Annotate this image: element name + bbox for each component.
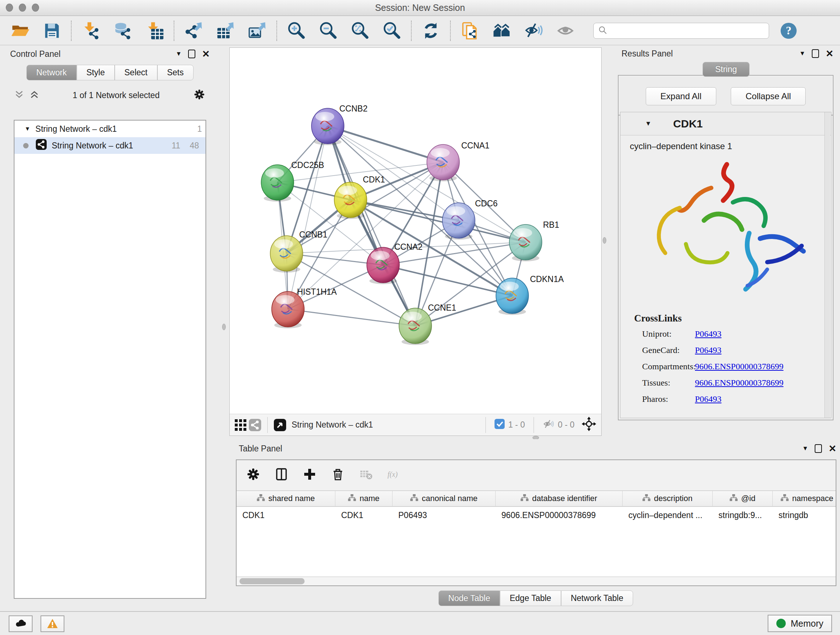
table-cell[interactable]: 9606.ENSP00000378699 [496, 507, 622, 524]
create-column-plus-icon[interactable] [302, 466, 317, 482]
table-cell[interactable]: cyclin–dependent ... [622, 507, 713, 524]
tab-network[interactable]: Network [27, 65, 76, 80]
fit-content-crosshair-icon[interactable] [582, 417, 596, 433]
export-image-button[interactable] [247, 20, 268, 41]
left-splitter-handle[interactable] [222, 324, 226, 330]
crosslink-link[interactable]: 9606.ENSP00000378699 [695, 378, 783, 388]
clone-network-button[interactable] [459, 20, 480, 41]
table-panel-close-icon[interactable]: ✕ [829, 443, 836, 454]
node-table[interactable]: shared namenamecanonical namedatabase id… [237, 491, 836, 576]
zoom-in-button[interactable] [286, 20, 307, 41]
table-options-gear-icon[interactable] [245, 466, 261, 482]
table-cell[interactable]: P06493 [393, 507, 496, 524]
protein-expand-caret-icon[interactable]: ▼ [645, 120, 652, 127]
hidden-eye-icon[interactable] [543, 418, 554, 432]
column-header--id[interactable]: @id [713, 491, 773, 506]
collection-expand-caret-icon[interactable]: ▼ [25, 126, 30, 132]
tab-edge-table[interactable]: Edge Table [500, 591, 561, 606]
expand-all-networks-icon[interactable] [30, 90, 39, 101]
column-header-description[interactable]: description [622, 491, 713, 506]
search-input[interactable] [610, 26, 764, 35]
import-table-button[interactable] [144, 20, 165, 41]
selected-checkbox-icon[interactable] [494, 419, 505, 431]
save-session-button[interactable] [41, 20, 62, 41]
results-panel-menu-icon[interactable]: ▼ [799, 50, 805, 57]
edge-CCNB2-HIST1H1A[interactable] [288, 126, 328, 309]
node-RB1[interactable]: RB1 [509, 220, 559, 261]
zoom-selected-button[interactable] [381, 20, 402, 41]
collapse-all-networks-icon[interactable] [14, 90, 24, 101]
crosslink-link[interactable]: P06493 [695, 329, 722, 339]
table-cell[interactable]: CDK1 [237, 507, 335, 524]
warnings-button[interactable] [41, 616, 65, 632]
zoom-out-button[interactable] [317, 20, 339, 41]
memory-button[interactable]: Memory [767, 615, 832, 632]
table-panel-menu-icon[interactable]: ▼ [802, 445, 808, 452]
node-HIST1H1A[interactable]: HIST1H1A [272, 287, 337, 328]
export-network-button[interactable] [183, 20, 204, 41]
table-cell[interactable]: CDK1 [335, 507, 393, 524]
edge-CCNA2-CDKN1A[interactable] [383, 265, 512, 296]
delete-column-trash-icon[interactable] [330, 466, 346, 482]
results-scrollbar[interactable] [824, 112, 830, 418]
control-panel-float-icon[interactable] [188, 50, 195, 58]
right-splitter-handle[interactable] [603, 237, 606, 244]
tab-network-table[interactable]: Network Table [561, 591, 633, 606]
network-view[interactable]: CCNB2 CCNA1 CDC25B CDK1 CDC6 RB1 CCNB1 C… [229, 48, 602, 436]
node-CCNB2[interactable]: CCNB2 [311, 104, 368, 145]
column-header-namespace[interactable]: namespace [773, 491, 836, 506]
tab-style[interactable]: Style [77, 65, 115, 80]
tab-sets[interactable]: Sets [157, 65, 194, 80]
crosslink-link[interactable]: P06493 [695, 394, 722, 404]
zoom-fit-button[interactable] [349, 20, 370, 41]
hide-selected-button[interactable] [523, 20, 544, 41]
tab-select[interactable]: Select [115, 65, 157, 80]
network-options-gear-icon[interactable] [193, 88, 205, 102]
column-header-database-identifier[interactable]: database identifier [496, 491, 622, 506]
collapse-all-button[interactable]: Collapse All [731, 87, 806, 105]
import-network-database-button[interactable] [112, 20, 133, 41]
table-cell[interactable]: stringdb [773, 507, 836, 524]
table-horizontal-scrollbar[interactable] [237, 577, 836, 585]
open-session-button[interactable] [9, 20, 30, 41]
results-panel-close-icon[interactable]: ✕ [826, 48, 834, 59]
import-network-file-button[interactable] [80, 20, 101, 41]
control-panel-close-icon[interactable]: ✕ [202, 49, 210, 60]
expand-all-button[interactable]: Expand All [646, 87, 716, 105]
node-CDK1[interactable]: CDK1 [334, 175, 385, 219]
search-box[interactable] [593, 23, 769, 39]
tab-string[interactable]: String [703, 62, 750, 77]
column-header-shared-name[interactable]: shared name [237, 491, 335, 506]
table-panel-float-icon[interactable] [815, 444, 822, 453]
results-panel-float-icon[interactable] [812, 49, 819, 58]
show-columns-icon[interactable] [273, 466, 289, 482]
tab-node-table[interactable]: Node Table [439, 591, 500, 606]
grid-view-icon[interactable] [233, 418, 248, 432]
node-CDKN1A[interactable]: CDKN1A [496, 274, 564, 315]
network-canvas[interactable]: CCNB2 CCNA1 CDC25B CDK1 CDC6 RB1 CCNB1 C… [230, 48, 601, 414]
network-collection-row[interactable]: ▼ String Network – cdk1 1 [14, 120, 205, 137]
node-CCNB1[interactable]: CCNB1 [270, 230, 327, 272]
edge-CCNB2-CCNA1[interactable] [328, 126, 443, 162]
column-header-canonical-name[interactable]: canonical name [393, 491, 496, 506]
table-cell[interactable]: stringdb:9... [713, 507, 773, 524]
minimize-window-button[interactable] [19, 4, 26, 11]
help-button[interactable]: ? [779, 21, 798, 40]
column-header-name[interactable]: name [335, 491, 393, 506]
node-CDC25B[interactable]: CDC25B [261, 160, 324, 202]
close-window-button[interactable] [6, 4, 13, 11]
edge-CDK1-RB1[interactable] [351, 200, 526, 242]
refresh-button[interactable] [420, 20, 441, 41]
crosslink-link[interactable]: 9606.ENSP00000378699 [695, 362, 783, 371]
first-neighbors-button[interactable] [491, 20, 512, 41]
open-in-window-icon[interactable] [273, 418, 287, 432]
maximize-window-button[interactable] [32, 4, 39, 11]
crosslink-link[interactable]: P06493 [695, 345, 722, 355]
node-CCNA1[interactable]: CCNA1 [427, 141, 489, 181]
table-scrollbar-thumb[interactable] [240, 578, 305, 584]
string-view-icon[interactable] [248, 418, 262, 432]
cloud-status-button[interactable] [9, 616, 33, 632]
network-row[interactable]: String Network – cdk1 11 48 [14, 137, 205, 154]
control-panel-menu-icon[interactable]: ▼ [175, 50, 182, 57]
edge-HIST1H1A-CCNE1[interactable] [288, 309, 415, 326]
